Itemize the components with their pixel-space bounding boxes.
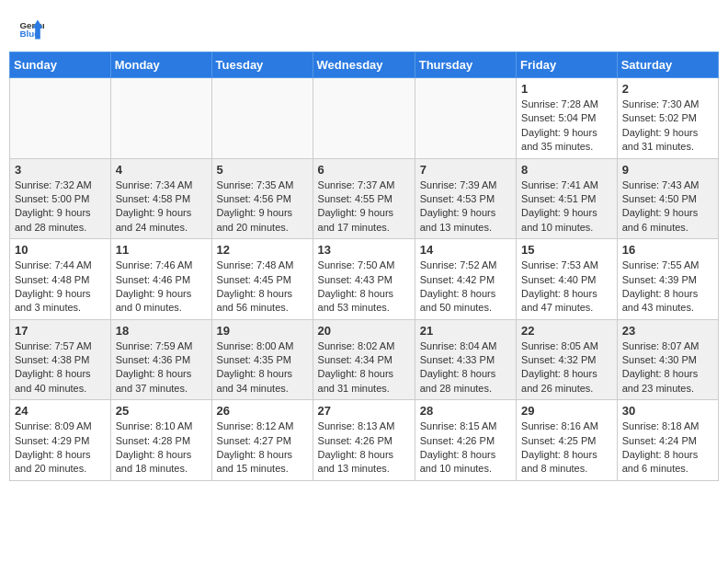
day-info: Sunrise: 8:02 AM Sunset: 4:34 PM Dayligh… bbox=[318, 339, 410, 396]
day-info: Sunrise: 8:16 AM Sunset: 4:25 PM Dayligh… bbox=[521, 419, 612, 477]
day-header-monday: Monday bbox=[110, 52, 211, 78]
day-number: 22 bbox=[521, 324, 612, 338]
calendar-cell: 30Sunrise: 8:18 AM Sunset: 4:24 PM Dayli… bbox=[617, 400, 718, 481]
day-info: Sunrise: 7:41 AM Sunset: 4:51 PM Dayligh… bbox=[521, 178, 612, 236]
calendar-cell: 7Sunrise: 7:39 AM Sunset: 4:53 PM Daylig… bbox=[415, 158, 516, 239]
calendar-cell: 17Sunrise: 7:57 AM Sunset: 4:38 PM Dayli… bbox=[10, 319, 111, 400]
day-info: Sunrise: 8:05 AM Sunset: 4:32 PM Dayligh… bbox=[521, 339, 612, 396]
day-number: 16 bbox=[622, 243, 713, 257]
day-info: Sunrise: 7:37 AM Sunset: 4:55 PM Dayligh… bbox=[318, 178, 410, 236]
day-number: 26 bbox=[217, 404, 308, 418]
day-number: 7 bbox=[420, 163, 511, 177]
calendar: SundayMondayTuesdayWednesdayThursdayFrid… bbox=[9, 52, 719, 481]
calendar-cell: 21Sunrise: 8:04 AM Sunset: 4:33 PM Dayli… bbox=[415, 319, 516, 400]
day-info: Sunrise: 8:04 AM Sunset: 4:33 PM Dayligh… bbox=[420, 339, 511, 396]
day-header-tuesday: Tuesday bbox=[211, 52, 313, 78]
day-info: Sunrise: 7:57 AM Sunset: 4:38 PM Dayligh… bbox=[15, 339, 106, 396]
day-number: 30 bbox=[622, 404, 713, 418]
day-number: 24 bbox=[15, 404, 106, 418]
calendar-cell bbox=[10, 78, 111, 159]
calendar-week-row: 10Sunrise: 7:44 AM Sunset: 4:48 PM Dayli… bbox=[10, 239, 719, 320]
day-number: 25 bbox=[116, 404, 207, 418]
logo-icon: General Blue bbox=[18, 17, 44, 42]
day-info: Sunrise: 7:39 AM Sunset: 4:53 PM Dayligh… bbox=[420, 178, 511, 236]
day-info: Sunrise: 8:09 AM Sunset: 4:29 PM Dayligh… bbox=[15, 419, 106, 477]
day-info: Sunrise: 8:15 AM Sunset: 4:26 PM Dayligh… bbox=[420, 419, 511, 477]
day-info: Sunrise: 7:52 AM Sunset: 4:42 PM Dayligh… bbox=[420, 259, 511, 316]
day-number: 4 bbox=[116, 163, 207, 177]
calendar-cell: 13Sunrise: 7:50 AM Sunset: 4:43 PM Dayli… bbox=[313, 239, 415, 320]
calendar-cell bbox=[211, 78, 313, 159]
day-info: Sunrise: 7:28 AM Sunset: 5:04 PM Dayligh… bbox=[521, 98, 612, 155]
day-info: Sunrise: 7:44 AM Sunset: 4:48 PM Dayligh… bbox=[15, 259, 106, 316]
calendar-cell: 16Sunrise: 7:55 AM Sunset: 4:39 PM Dayli… bbox=[617, 239, 718, 320]
calendar-cell: 15Sunrise: 7:53 AM Sunset: 4:40 PM Dayli… bbox=[517, 239, 618, 320]
calendar-week-row: 3Sunrise: 7:32 AM Sunset: 5:00 PM Daylig… bbox=[10, 158, 719, 239]
day-number: 20 bbox=[318, 324, 410, 338]
day-number: 1 bbox=[521, 82, 612, 96]
calendar-cell: 3Sunrise: 7:32 AM Sunset: 5:00 PM Daylig… bbox=[10, 158, 111, 239]
day-number: 10 bbox=[15, 243, 106, 257]
day-header-friday: Friday bbox=[517, 52, 618, 78]
day-number: 14 bbox=[420, 243, 511, 257]
day-number: 19 bbox=[217, 324, 308, 338]
day-number: 2 bbox=[622, 82, 713, 96]
day-header-wednesday: Wednesday bbox=[313, 52, 415, 78]
day-number: 11 bbox=[116, 243, 207, 257]
calendar-cell: 28Sunrise: 8:15 AM Sunset: 4:26 PM Dayli… bbox=[415, 400, 516, 481]
calendar-cell: 19Sunrise: 8:00 AM Sunset: 4:35 PM Dayli… bbox=[211, 319, 313, 400]
day-info: Sunrise: 8:13 AM Sunset: 4:26 PM Dayligh… bbox=[318, 419, 410, 477]
day-number: 12 bbox=[217, 243, 308, 257]
calendar-cell: 24Sunrise: 8:09 AM Sunset: 4:29 PM Dayli… bbox=[10, 400, 111, 481]
day-number: 28 bbox=[420, 404, 511, 418]
day-info: Sunrise: 8:07 AM Sunset: 4:30 PM Dayligh… bbox=[622, 339, 713, 396]
day-number: 23 bbox=[622, 324, 713, 338]
day-header-sunday: Sunday bbox=[10, 52, 111, 78]
calendar-cell: 1Sunrise: 7:28 AM Sunset: 5:04 PM Daylig… bbox=[517, 78, 618, 159]
calendar-cell: 27Sunrise: 8:13 AM Sunset: 4:26 PM Dayli… bbox=[313, 400, 415, 481]
calendar-cell: 2Sunrise: 7:30 AM Sunset: 5:02 PM Daylig… bbox=[617, 78, 718, 159]
calendar-cell: 9Sunrise: 7:43 AM Sunset: 4:50 PM Daylig… bbox=[617, 158, 718, 239]
calendar-cell: 8Sunrise: 7:41 AM Sunset: 4:51 PM Daylig… bbox=[517, 158, 618, 239]
calendar-cell: 18Sunrise: 7:59 AM Sunset: 4:36 PM Dayli… bbox=[110, 319, 211, 400]
day-number: 3 bbox=[15, 163, 106, 177]
day-header-saturday: Saturday bbox=[617, 52, 718, 78]
day-number: 8 bbox=[521, 163, 612, 177]
day-info: Sunrise: 7:43 AM Sunset: 4:50 PM Dayligh… bbox=[622, 178, 713, 236]
day-number: 17 bbox=[15, 324, 106, 338]
calendar-cell: 20Sunrise: 8:02 AM Sunset: 4:34 PM Dayli… bbox=[313, 319, 415, 400]
calendar-cell: 29Sunrise: 8:16 AM Sunset: 4:25 PM Dayli… bbox=[517, 400, 618, 481]
header: General Blue bbox=[9, 9, 719, 46]
day-info: Sunrise: 7:53 AM Sunset: 4:40 PM Dayligh… bbox=[521, 259, 612, 316]
day-number: 21 bbox=[420, 324, 511, 338]
day-number: 6 bbox=[318, 163, 410, 177]
calendar-cell: 14Sunrise: 7:52 AM Sunset: 4:42 PM Dayli… bbox=[415, 239, 516, 320]
day-number: 13 bbox=[318, 243, 410, 257]
day-info: Sunrise: 8:12 AM Sunset: 4:27 PM Dayligh… bbox=[217, 419, 308, 477]
calendar-cell: 12Sunrise: 7:48 AM Sunset: 4:45 PM Dayli… bbox=[211, 239, 313, 320]
day-info: Sunrise: 8:00 AM Sunset: 4:35 PM Dayligh… bbox=[217, 339, 308, 396]
day-info: Sunrise: 7:50 AM Sunset: 4:43 PM Dayligh… bbox=[318, 259, 410, 316]
day-info: Sunrise: 7:35 AM Sunset: 4:56 PM Dayligh… bbox=[217, 178, 308, 236]
day-number: 27 bbox=[318, 404, 410, 418]
day-info: Sunrise: 7:55 AM Sunset: 4:39 PM Dayligh… bbox=[622, 259, 713, 316]
day-info: Sunrise: 7:59 AM Sunset: 4:36 PM Dayligh… bbox=[116, 339, 207, 396]
calendar-cell: 26Sunrise: 8:12 AM Sunset: 4:27 PM Dayli… bbox=[211, 400, 313, 481]
calendar-cell: 22Sunrise: 8:05 AM Sunset: 4:32 PM Dayli… bbox=[517, 319, 618, 400]
calendar-cell: 5Sunrise: 7:35 AM Sunset: 4:56 PM Daylig… bbox=[211, 158, 313, 239]
calendar-cell: 23Sunrise: 8:07 AM Sunset: 4:30 PM Dayli… bbox=[617, 319, 718, 400]
day-number: 15 bbox=[521, 243, 612, 257]
day-info: Sunrise: 7:34 AM Sunset: 4:58 PM Dayligh… bbox=[116, 178, 207, 236]
day-info: Sunrise: 8:18 AM Sunset: 4:24 PM Dayligh… bbox=[622, 419, 713, 477]
calendar-cell bbox=[313, 78, 415, 159]
day-number: 18 bbox=[116, 324, 207, 338]
logo: General Blue bbox=[18, 17, 44, 42]
calendar-week-row: 17Sunrise: 7:57 AM Sunset: 4:38 PM Dayli… bbox=[10, 319, 719, 400]
day-info: Sunrise: 7:46 AM Sunset: 4:46 PM Dayligh… bbox=[116, 259, 207, 316]
day-info: Sunrise: 7:48 AM Sunset: 4:45 PM Dayligh… bbox=[217, 259, 308, 316]
calendar-cell bbox=[415, 78, 516, 159]
calendar-week-row: 24Sunrise: 8:09 AM Sunset: 4:29 PM Dayli… bbox=[10, 400, 719, 481]
day-info: Sunrise: 7:30 AM Sunset: 5:02 PM Dayligh… bbox=[622, 98, 713, 155]
day-info: Sunrise: 7:32 AM Sunset: 5:00 PM Dayligh… bbox=[15, 178, 106, 236]
day-number: 5 bbox=[217, 163, 308, 177]
